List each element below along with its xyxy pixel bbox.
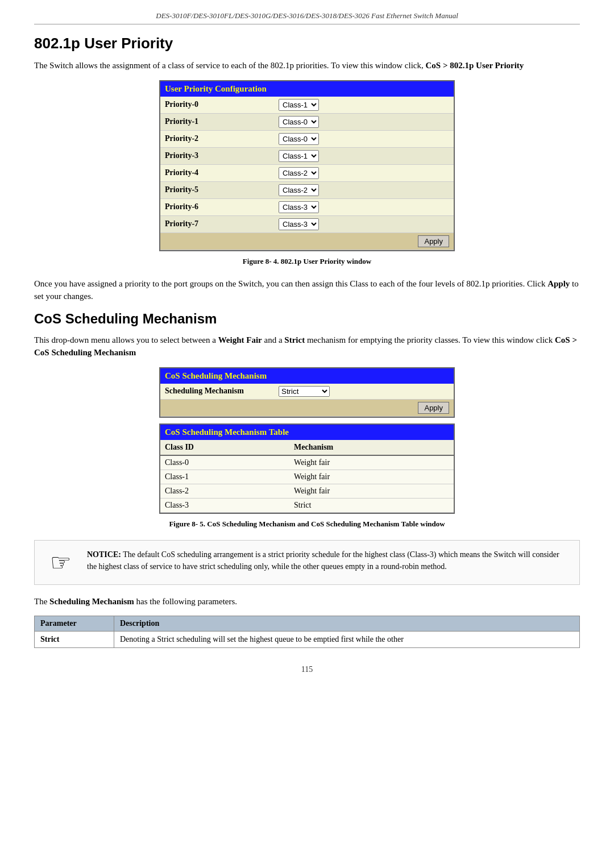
priority-select-4[interactable]: Class-0Class-1Class-2Class-3 [279, 167, 319, 179]
priority-select-0[interactable]: Class-0Class-1Class-2Class-3 [279, 99, 319, 111]
user-priority-config-table: User Priority Configuration Priority-0Cl… [159, 80, 455, 251]
param-row-strict: Strict Denoting a Strict scheduling will… [35, 632, 580, 648]
priority-select-6[interactable]: Class-0Class-1Class-2Class-3 [279, 201, 319, 213]
notice-icon: ☞ [44, 549, 78, 576]
priority-label-7: Priority-7 [160, 215, 274, 232]
scheduling-mechanism-row: Scheduling Mechanism Weight Fair Strict [160, 384, 454, 400]
section1-title: 802.1p User Priority [34, 35, 580, 52]
section2-intro: This drop-down menu allows you to select… [34, 334, 580, 359]
section2-title: CoS Scheduling Mechanism [34, 311, 580, 327]
priority-label-6: Priority-6 [160, 198, 274, 215]
priority-row-2: Priority-2Class-0Class-1Class-2Class-3 [160, 130, 454, 147]
priority-row-5: Priority-5Class-0Class-1Class-2Class-3 [160, 181, 454, 198]
notice-label: NOTICE: [87, 550, 121, 559]
mech-row-class2: Class-2 Weight fair [160, 484, 454, 498]
mech-class2-id: Class-2 [160, 484, 289, 498]
priority-select-7[interactable]: Class-0Class-1Class-2Class-3 [279, 218, 319, 230]
cos-scheduling-config-box: CoS Scheduling Mechanism Scheduling Mech… [159, 367, 455, 418]
priority-select-5[interactable]: Class-0Class-1Class-2Class-3 [279, 184, 319, 196]
priority-select-cell-0: Class-0Class-1Class-2Class-3 [274, 97, 454, 114]
user-priority-apply-button[interactable]: Apply [418, 235, 449, 247]
header-text: DES-3010F/DES-3010FL/DES-3010G/DES-3016/… [156, 11, 458, 20]
priority-select-2[interactable]: Class-0Class-1Class-2Class-3 [279, 133, 319, 145]
priority-select-cell-7: Class-0Class-1Class-2Class-3 [274, 215, 454, 232]
priority-row-1: Priority-1Class-0Class-1Class-2Class-3 [160, 113, 454, 130]
priority-label-4: Priority-4 [160, 164, 274, 181]
cos-mech-table-header: CoS Scheduling Mechanism Table [160, 425, 454, 440]
page-header: DES-3010F/DES-3010FL/DES-3010G/DES-3016/… [34, 11, 580, 24]
section1-intro: The Switch allows the assignment of a cl… [34, 59, 580, 72]
priority-select-cell-4: Class-0Class-1Class-2Class-3 [274, 164, 454, 181]
apply-row: Apply [160, 232, 454, 250]
priority-select-cell-5: Class-0Class-1Class-2Class-3 [274, 181, 454, 198]
scheduling-mechanism-select[interactable]: Weight Fair Strict [279, 386, 330, 397]
cos-apply-button[interactable]: Apply [418, 402, 449, 414]
mech-row-class1: Class-1 Weight fair [160, 470, 454, 484]
page-number: 115 [34, 665, 580, 674]
mech-class0-id: Class-0 [160, 455, 289, 470]
priority-select-cell-6: Class-0Class-1Class-2Class-3 [274, 198, 454, 215]
priority-label-2: Priority-2 [160, 130, 274, 147]
priority-label-5: Priority-5 [160, 181, 274, 198]
priority-select-3[interactable]: Class-0Class-1Class-2Class-3 [279, 150, 319, 162]
notice-body: The default CoS scheduling arrangement i… [87, 550, 559, 571]
cos-mech-table: Class ID Mechanism Class-0 Weight fair C… [160, 440, 454, 513]
priority-row-7: Priority-7Class-0Class-1Class-2Class-3 [160, 215, 454, 232]
priority-select-cell-3: Class-0Class-1Class-2Class-3 [274, 147, 454, 164]
priority-row-6: Priority-6Class-0Class-1Class-2Class-3 [160, 198, 454, 215]
user-priority-table-header: User Priority Configuration [160, 81, 454, 97]
mech-col2-header: Mechanism [289, 440, 454, 455]
priority-select-cell-2: Class-0Class-1Class-2Class-3 [274, 130, 454, 147]
notice-text: NOTICE: The default CoS scheduling arran… [87, 549, 570, 572]
section2-figure-caption: Figure 8- 5. CoS Scheduling Mechanism an… [34, 520, 580, 529]
priority-select-1[interactable]: Class-0Class-1Class-2Class-3 [279, 116, 319, 128]
priority-row-4: Priority-4Class-0Class-1Class-2Class-3 [160, 164, 454, 181]
param-strict-label: Strict [35, 632, 114, 648]
mech-class3-mechanism: Strict [289, 498, 454, 512]
priority-label-1: Priority-1 [160, 113, 274, 130]
cos-scheduling-table-header: CoS Scheduling Mechanism [160, 368, 454, 384]
mech-row-class0: Class-0 Weight fair [160, 455, 454, 470]
param-col1-header: Parameter [35, 616, 114, 632]
mech-class1-id: Class-1 [160, 470, 289, 484]
mech-class3-id: Class-3 [160, 498, 289, 512]
cos-scheduling-table: Scheduling Mechanism Weight Fair Strict … [160, 384, 454, 417]
priority-label-3: Priority-3 [160, 147, 274, 164]
cos-apply-row: Apply [160, 399, 454, 416]
priority-row-0: Priority-0Class-0Class-1Class-2Class-3 [160, 97, 454, 114]
mech-class0-mechanism: Weight fair [289, 455, 454, 470]
mech-class1-mechanism: Weight fair [289, 470, 454, 484]
params-intro-text: The Scheduling Mechanism has the followi… [34, 595, 580, 608]
param-strict-desc: Denoting a Strict scheduling will set th… [114, 632, 580, 648]
mech-row-class3: Class-3 Strict [160, 498, 454, 512]
param-col2-header: Description [114, 616, 580, 632]
scheduling-mechanism-label: Scheduling Mechanism [160, 384, 274, 400]
scheduling-mechanism-select-cell: Weight Fair Strict [274, 384, 454, 400]
priority-label-0: Priority-0 [160, 97, 274, 114]
mech-class2-mechanism: Weight fair [289, 484, 454, 498]
mech-table-header-row: Class ID Mechanism [160, 440, 454, 455]
section1-figure-caption: Figure 8- 4. 802.1p User Priority window [34, 257, 580, 266]
priority-table: Priority-0Class-0Class-1Class-2Class-3Pr… [160, 97, 454, 250]
priority-row-3: Priority-3Class-0Class-1Class-2Class-3 [160, 147, 454, 164]
cos-mech-table-wrapper: CoS Scheduling Mechanism Table Class ID … [159, 423, 455, 514]
priority-select-cell-1: Class-0Class-1Class-2Class-3 [274, 113, 454, 130]
param-table-header-row: Parameter Description [35, 616, 580, 632]
parameters-table: Parameter Description Strict Denoting a … [34, 616, 580, 648]
section1-followup: Once you have assigned a priority to the… [34, 277, 580, 303]
notice-box: ☞ NOTICE: The default CoS scheduling arr… [34, 540, 580, 585]
mech-col1-header: Class ID [160, 440, 289, 455]
